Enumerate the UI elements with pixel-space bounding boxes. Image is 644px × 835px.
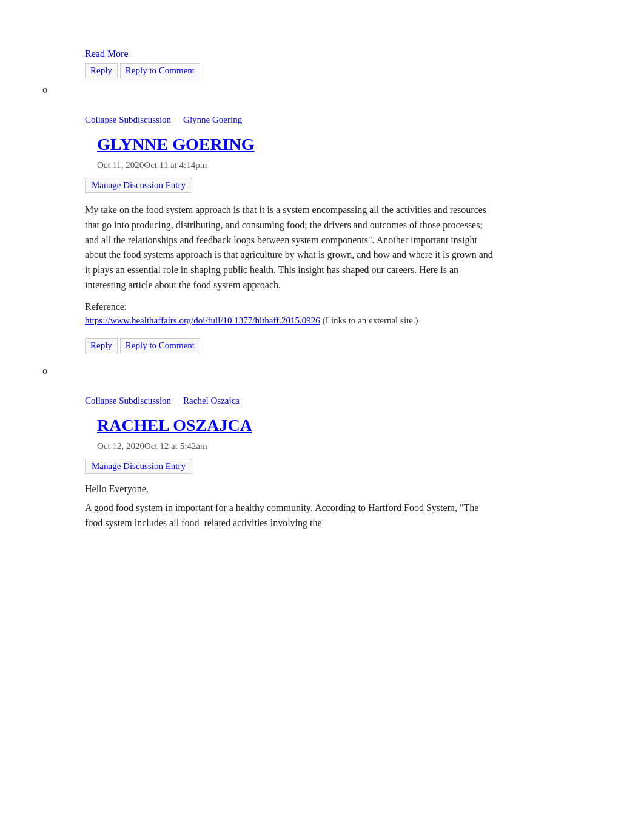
rachel-collapse-link[interactable]: Collapse Subdiscussion [85,396,171,406]
bullet-section-2: o [0,365,644,384]
glynne-manage-link[interactable]: Manage Discussion Entry [85,178,192,193]
rachel-manage-link[interactable]: Manage Discussion Entry [85,459,192,474]
bullet-section-1: o [0,84,644,103]
top-action-buttons: Reply Reply to Comment [85,63,644,78]
reply-to-comment-button-top[interactable]: Reply to Comment [120,63,200,78]
glynne-external-note: (Links to an external site.) [323,316,418,325]
glynne-reply-buttons: Reply Reply to Comment [85,338,644,353]
glynne-author-link[interactable]: Glynne Goering [183,115,242,125]
glynne-entry-body: My take on the food system approach is t… [85,203,497,293]
rachel-section: Collapse Subdiscussion Rachel Oszajca RA… [0,384,644,552]
reply-button-top[interactable]: Reply [85,63,118,78]
page-container: Read More Reply Reply to Comment o Colla… [0,0,644,563]
glynne-author-heading: GLYNNE GOERING [85,135,644,154]
glynne-collapse-link[interactable]: Collapse Subdiscussion [85,115,171,125]
glynne-reference-block: Reference: https://www.healthaffairs.org… [85,302,497,326]
rachel-author-link[interactable]: Rachel Oszajca [183,396,240,406]
glynne-section: Collapse Subdiscussion Glynne Goering GL… [0,103,644,365]
bullet-marker-2: o [42,365,47,376]
glynne-reply-button[interactable]: Reply [85,338,118,353]
rachel-collapse-bar: Collapse Subdiscussion Rachel Oszajca [85,396,644,406]
glynne-external-url[interactable]: https://www.healthaffairs.org/doi/full/1… [85,316,320,325]
glynne-reply-to-comment-button[interactable]: Reply to Comment [120,338,200,353]
bullet-marker-1: o [42,84,47,95]
rachel-author-heading: RACHEL OSZAJCA [85,416,644,435]
rachel-greeting: Hello Everyone, [85,484,644,495]
rachel-timestamp: Oct 12, 2020Oct 12 at 5:42am [85,441,644,451]
glynne-reference-label: Reference: [85,302,497,313]
rachel-entry-body: A good food system in important for a he… [85,501,497,531]
glynne-collapse-bar: Collapse Subdiscussion Glynne Goering [85,115,644,125]
read-more-link[interactable]: Read More [85,49,644,59]
glynne-timestamp: Oct 11, 2020Oct 11 at 4:14pm [85,160,644,171]
top-section: Read More Reply Reply to Comment [0,12,644,84]
